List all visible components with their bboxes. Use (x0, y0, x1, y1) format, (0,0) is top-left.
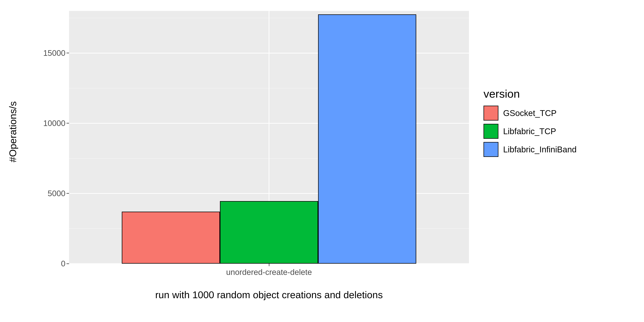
legend-item: GSocket_TCP (484, 106, 629, 120)
legend-label: Libfabric_TCP (503, 126, 556, 136)
legend-label: Libfabric_InfiniBand (503, 144, 576, 154)
y-tick (66, 53, 69, 53)
legend-item: Libfabric_InfiniBand (484, 142, 629, 157)
y-tick-label: 5000 (26, 189, 66, 198)
x-tick (269, 264, 270, 266)
x-axis-title: run with 1000 random object creations an… (69, 289, 469, 300)
legend-swatch (484, 106, 498, 120)
legend-items: GSocket_TCPLibfabric_TCPLibfabric_Infini… (484, 106, 629, 157)
legend-title: version (484, 87, 629, 100)
legend-swatch (484, 124, 498, 139)
legend: version GSocket_TCPLibfabric_TCPLibfabri… (484, 87, 629, 160)
y-tick-label: 10000 (26, 119, 66, 128)
y-axis-title-text: #Operations/s (7, 101, 18, 162)
y-tick-label: 0 (26, 259, 66, 268)
x-tick-label: unordered-create-delete (226, 268, 312, 277)
y-tick (66, 264, 69, 264)
bar-GSocket_TCP (122, 212, 220, 264)
bar-Libfabric_InfiniBand (318, 14, 416, 264)
y-tick-label: 15000 (26, 48, 66, 58)
y-axis-title: #Operations/s (2, 0, 24, 264)
legend-label: GSocket_TCP (503, 108, 556, 118)
y-tick (66, 193, 69, 194)
bar-Libfabric_TCP (220, 201, 318, 264)
bar-chart: #Operations/s run with 1000 random objec… (0, 0, 644, 322)
plot-panel (69, 11, 469, 264)
y-tick (66, 123, 69, 124)
legend-swatch (484, 142, 498, 157)
legend-item: Libfabric_TCP (484, 124, 629, 139)
